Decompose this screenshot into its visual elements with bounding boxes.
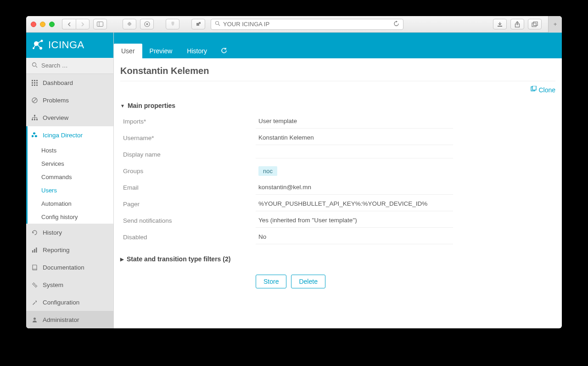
download-button[interactable] (493, 19, 507, 29)
book-icon (32, 265, 38, 270)
subnav-services[interactable]: Services (28, 157, 113, 170)
adblock-button[interactable] (140, 19, 154, 29)
main-nav-lower: History Reporting Documentation System C… (26, 224, 113, 328)
share-button[interactable] (510, 19, 524, 29)
sidebar-item-configuration[interactable]: Configuration (26, 293, 113, 311)
sidebar-search[interactable] (26, 58, 113, 74)
history-icon (32, 230, 38, 236)
browser-window: YOUR ICINGA IP + (26, 16, 562, 328)
sidebar-toggle-button[interactable] (93, 19, 107, 29)
label-email: Email (120, 180, 256, 195)
tabs-button[interactable] (528, 19, 542, 29)
value-imports[interactable]: User template (256, 114, 453, 129)
svg-rect-28 (34, 84, 35, 86)
clone-link[interactable]: Clone (530, 86, 555, 94)
tab-preview[interactable]: Preview (142, 44, 180, 58)
sidebar-item-history[interactable]: History (26, 224, 113, 241)
sidebar-item-label: System (43, 282, 63, 288)
main-properties-form: Imports* User template Username* Konstan… (120, 113, 555, 245)
back-button[interactable] (62, 19, 76, 29)
sidebar-item-administrator[interactable]: Administrator (26, 311, 113, 328)
form-buttons: Store Delete (256, 275, 555, 288)
svg-rect-11 (533, 22, 538, 25)
svg-rect-29 (36, 84, 38, 86)
sidebar-item-dashboard[interactable]: Dashboard (26, 74, 113, 91)
sidebar-item-icinga-director[interactable]: Icinga Director (26, 126, 113, 144)
value-pager[interactable]: %YOUR_PUSHBULLET_API_KEY%:%YOUR_DEVICE_I… (256, 197, 453, 211)
director-subnav: Hosts Services Commands Users Automation… (26, 144, 113, 224)
search-input[interactable] (41, 62, 118, 69)
svg-rect-5 (199, 22, 201, 24)
svg-rect-0 (97, 22, 103, 27)
sidebar-item-label: Problems (43, 97, 69, 104)
value-display-name[interactable] (256, 151, 453, 158)
subnav-config-history[interactable]: Config history (28, 210, 113, 224)
row-display-name: Display name (120, 146, 555, 163)
sidebar-item-system[interactable]: System (26, 276, 113, 293)
sidebar-item-label: Dashboard (43, 79, 73, 86)
svg-rect-21 (32, 80, 33, 81)
zoom-window-button[interactable] (49, 22, 55, 27)
delete-button[interactable]: Delete (291, 275, 325, 288)
close-window-button[interactable] (31, 22, 36, 27)
value-groups[interactable]: noc (256, 164, 453, 178)
brand: ICINGA (26, 33, 113, 58)
tab-history[interactable]: History (179, 44, 214, 58)
svg-rect-26 (36, 82, 38, 84)
store-button[interactable]: Store (256, 275, 286, 288)
svg-rect-32 (34, 115, 35, 116)
svg-rect-35 (36, 119, 38, 120)
section-main-properties[interactable]: ▼ Main properties (120, 98, 555, 113)
extensions-button[interactable] (123, 19, 136, 29)
plugin-button[interactable] (191, 19, 205, 29)
row-disabled: Disabled No (120, 229, 555, 245)
subnav-commands[interactable]: Commands (28, 170, 113, 184)
sidebar-item-documentation[interactable]: Documentation (26, 259, 113, 276)
svg-rect-10 (532, 23, 536, 27)
svg-point-42 (34, 317, 36, 320)
section-filters[interactable]: ▶ State and transition type filters (2) (120, 252, 555, 266)
svg-line-17 (36, 44, 41, 48)
page-title: Konstantin Kelemen (120, 63, 555, 81)
svg-point-19 (33, 62, 36, 66)
minimize-window-button[interactable] (40, 22, 45, 27)
group-tag[interactable]: noc (258, 166, 277, 176)
svg-rect-36 (32, 250, 34, 253)
app: ICINGA Dashboard Problems (26, 33, 562, 328)
subnav-users[interactable]: Users (28, 184, 113, 197)
window-controls (31, 22, 55, 27)
reload-icon[interactable] (393, 21, 399, 28)
browser-titlebar: YOUR ICINGA IP + (26, 16, 562, 33)
svg-rect-22 (34, 80, 35, 81)
svg-rect-8 (498, 26, 502, 27)
value-disabled[interactable]: No (256, 230, 453, 244)
row-groups: Groups noc (120, 163, 555, 179)
sidebar-item-overview[interactable]: Overview (26, 109, 113, 126)
privacy-button[interactable] (166, 19, 179, 29)
subnav-automation[interactable]: Automation (28, 197, 113, 210)
content: Konstantin Kelemen Clone ▼ Main properti… (114, 58, 562, 328)
tab-refresh[interactable] (214, 44, 234, 58)
sidebar-item-reporting[interactable]: Reporting (26, 241, 113, 259)
tab-user[interactable]: User (114, 44, 142, 58)
search-icon (215, 21, 220, 28)
value-email[interactable]: konstantin@kel.mn (256, 180, 453, 195)
label-imports: Imports* (120, 114, 256, 129)
sidebar-item-problems[interactable]: Problems (26, 91, 113, 109)
svg-point-41 (35, 285, 37, 287)
svg-point-6 (216, 22, 219, 25)
svg-rect-37 (34, 249, 35, 253)
refresh-icon (221, 47, 227, 55)
row-username: Username* Konstantin Kelemen (120, 130, 555, 146)
subnav-hosts[interactable]: Hosts (28, 144, 113, 157)
url-bar[interactable]: YOUR ICINGA IP (211, 19, 403, 30)
sidebar-item-label: Overview (43, 114, 68, 121)
new-tab-button[interactable]: + (548, 16, 562, 33)
wrench-icon (32, 299, 38, 305)
tabs-bar: User Preview History (114, 33, 562, 58)
sitemap-icon (32, 115, 38, 121)
url-text: YOUR ICINGA IP (223, 21, 269, 28)
value-username[interactable]: Konstantin Kelemen (256, 130, 453, 145)
value-send-notifications[interactable]: Yes (inherited from "User template") (256, 213, 453, 228)
forward-button[interactable] (76, 19, 90, 29)
